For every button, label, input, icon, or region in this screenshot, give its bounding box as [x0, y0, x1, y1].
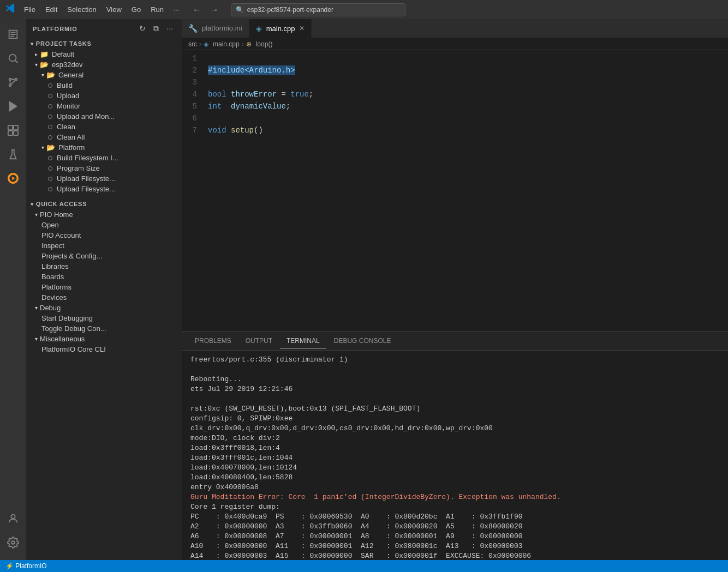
- pio-projects-config[interactable]: Projects & Config...: [26, 251, 182, 261]
- svg-rect-7: [14, 125, 18, 130]
- sidebar-header-icons: ↻ ⧉ ···: [137, 23, 175, 34]
- menu-go[interactable]: Go: [127, 3, 145, 16]
- code-line-7: void setup(): [208, 124, 728, 136]
- activity-platformio-icon[interactable]: [2, 167, 24, 189]
- svg-rect-6: [8, 125, 13, 130]
- breadcrumb-file[interactable]: main.cpp: [213, 40, 240, 48]
- activity-search-icon[interactable]: [2, 47, 24, 69]
- breadcrumb-function[interactable]: loop(): [256, 40, 273, 48]
- tab-platformio-ini[interactable]: 🔧 platformio.ini: [182, 19, 249, 38]
- activity-run-icon[interactable]: [2, 95, 24, 117]
- task-program-size[interactable]: Program Size: [26, 163, 182, 173]
- terminal-line: load:0x40078000,len:10124: [190, 463, 719, 473]
- pio-devices[interactable]: Devices: [26, 292, 182, 303]
- activity-source-control-icon[interactable]: [2, 71, 24, 93]
- pio-libraries[interactable]: Libraries: [26, 261, 182, 272]
- pio-home-group[interactable]: ▾ PIO Home: [26, 209, 182, 220]
- task-clean[interactable]: Clean: [26, 122, 182, 132]
- chevron-down-icon: ▾: [31, 201, 34, 207]
- debug-toggle[interactable]: Toggle Debug Con...: [26, 323, 182, 334]
- task-default[interactable]: ▸ 📁 Default: [26, 49, 182, 59]
- task-build-filesystem[interactable]: Build Filesystem I...: [26, 153, 182, 163]
- pio-open-label: Open: [41, 221, 59, 229]
- svg-marker-5: [10, 102, 17, 111]
- task-upload[interactable]: Upload: [26, 91, 182, 101]
- global-search-bar[interactable]: 🔍 esp32-pcf8574-port-expander: [231, 3, 405, 16]
- pio-boards[interactable]: Boards: [26, 272, 182, 282]
- task-platform[interactable]: ▾ 📂 Platform: [26, 142, 182, 153]
- activity-settings-icon[interactable]: [2, 532, 24, 553]
- menu-file[interactable]: File: [20, 3, 40, 16]
- code-content[interactable]: #include<Arduino.h> bool throwError = tr…: [204, 52, 728, 329]
- circle-icon: [48, 135, 52, 140]
- pio-devices-label: Devices: [41, 293, 67, 302]
- task-monitor[interactable]: Monitor: [26, 101, 182, 111]
- pio-inspect[interactable]: Inspect: [26, 240, 182, 251]
- task-upload-monitor[interactable]: Upload and Mon...: [26, 111, 182, 122]
- misc-platformio-cli[interactable]: PlatformIO Core CLI: [26, 344, 182, 354]
- task-general[interactable]: ▾ 📂 General: [26, 70, 182, 80]
- debug-start-label: Start Debugging: [41, 314, 93, 322]
- tab-terminal[interactable]: TERMINAL: [280, 334, 326, 348]
- debug-label: Debug: [40, 304, 61, 312]
- terminal-line: entry 0x400806a8: [190, 483, 719, 492]
- terminal-line: load:0x40080400,len:5828: [190, 473, 719, 483]
- pio-open[interactable]: Open: [26, 220, 182, 230]
- task-esp32dev-label: esp32dev: [52, 61, 82, 69]
- more-actions-icon[interactable]: ···: [164, 23, 175, 34]
- tab-main-cpp[interactable]: ◈ main.cpp ✕: [249, 19, 312, 38]
- debug-toggle-label: Toggle Debug Con...: [41, 324, 106, 333]
- terminal-line: A6 : 0x00000008 A7 : 0x00000001 A8 : 0x0…: [190, 532, 719, 541]
- tab-debug-console[interactable]: DEBUG CONSOLE: [327, 334, 398, 348]
- collapse-all-icon[interactable]: ⧉: [151, 23, 161, 34]
- menu-more[interactable]: ···: [169, 3, 184, 16]
- menu-edit[interactable]: Edit: [41, 3, 62, 16]
- task-upload-filesystem-1-label: Upload Filesyste...: [57, 174, 115, 183]
- activity-flask-icon[interactable]: [2, 143, 24, 165]
- task-upload-filesystem-2[interactable]: Upload Filesyste...: [26, 184, 182, 194]
- activity-explorer-icon[interactable]: [2, 23, 24, 45]
- task-platform-label: Platform: [58, 143, 85, 152]
- nav-buttons: ← →: [189, 3, 222, 16]
- debug-group[interactable]: ▾ Debug: [26, 303, 182, 313]
- code-editor[interactable]: 1 2 3 4 5 6 7 #include<Arduino.h> bool t…: [182, 50, 728, 331]
- pio-platforms[interactable]: Platforms: [26, 282, 182, 292]
- menu-selection[interactable]: Selection: [63, 3, 100, 16]
- task-default-label: Default: [52, 50, 74, 58]
- folder-open-icon: 📂: [40, 61, 49, 69]
- menu-view[interactable]: View: [102, 3, 126, 16]
- section-quick-access[interactable]: ▾ QUICK ACCESS: [26, 198, 182, 209]
- debug-start[interactable]: Start Debugging: [26, 313, 182, 323]
- circle-icon: [48, 94, 52, 98]
- pio-account[interactable]: PIO Account: [26, 230, 182, 240]
- pio-platforms-label: Platforms: [41, 283, 71, 291]
- terminal-line: A2 : 0x00000000 A3 : 0x3ffb0060 A4 : 0x0…: [190, 522, 719, 532]
- task-clean-all[interactable]: Clean All: [26, 132, 182, 142]
- task-upload-filesystem-1[interactable]: Upload Filesyste...: [26, 173, 182, 184]
- terminal-line: A10 : 0x00000000 A11 : 0x00000001 A12 : …: [190, 541, 719, 551]
- cpp-file-icon: ◈: [256, 24, 262, 33]
- line-num-2: 2: [182, 64, 197, 76]
- svg-point-10: [11, 515, 15, 519]
- tab-close-button[interactable]: ✕: [299, 25, 305, 32]
- section-project-tasks[interactable]: ▾ PROJECT TASKS: [26, 38, 182, 49]
- terminal-line: A14 : 0x00000003 A15 : 0x00000000 SAR : …: [190, 551, 719, 560]
- menu-run[interactable]: Run: [146, 3, 168, 16]
- chevron-down-icon: ▾: [41, 144, 44, 150]
- line-num-7: 7: [182, 124, 197, 136]
- nav-forward-button[interactable]: →: [207, 3, 222, 16]
- search-icon: 🔍: [236, 6, 244, 14]
- task-esp32dev[interactable]: ▾ 📂 esp32dev: [26, 59, 182, 70]
- task-build[interactable]: Build: [26, 80, 182, 91]
- nav-back-button[interactable]: ←: [189, 3, 205, 16]
- tab-output[interactable]: OUTPUT: [239, 334, 279, 348]
- refresh-icon[interactable]: ↻: [137, 23, 148, 34]
- pio-projects-config-label: Projects & Config...: [41, 252, 102, 260]
- misc-group[interactable]: ▾ Miscellaneous: [26, 334, 182, 344]
- sidebar-header: PLATFORMIO ↻ ⧉ ···: [26, 19, 182, 38]
- activity-extensions-icon[interactable]: [2, 119, 24, 141]
- terminal-content[interactable]: freertos/port.c:355 (discriminator 1) Re…: [182, 351, 728, 560]
- breadcrumb-src[interactable]: src: [188, 40, 197, 48]
- tab-problems[interactable]: PROBLEMS: [188, 334, 238, 348]
- activity-account-icon[interactable]: [2, 508, 24, 529]
